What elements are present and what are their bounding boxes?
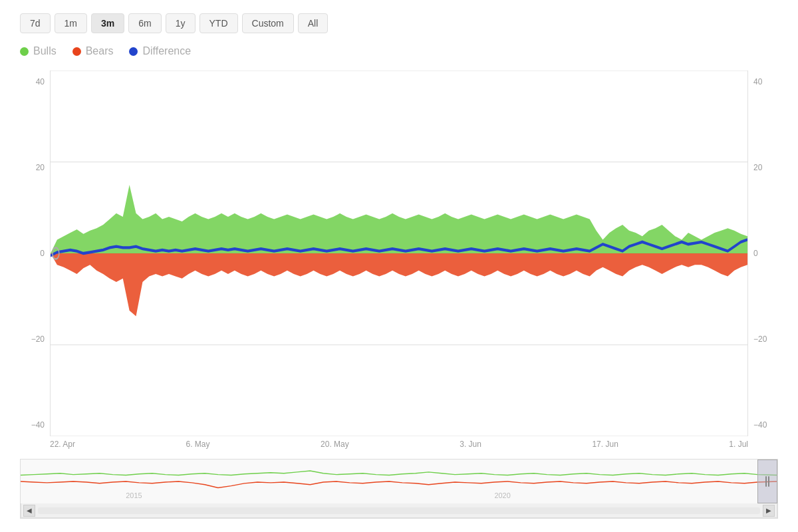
y-left-0: 0 (40, 249, 45, 258)
btn-1y[interactable]: 1y (166, 13, 196, 33)
btn-1m[interactable]: 1m (55, 13, 87, 33)
handle-lines-icon (765, 476, 769, 487)
bears-dot (72, 47, 81, 56)
chart-wrapper: 40 20 0 −20 −40 (20, 70, 778, 519)
main-chart-svg (51, 70, 747, 436)
chart-legend: Bulls Bears Difference (20, 45, 778, 57)
handle-line-2 (768, 476, 769, 487)
x-label-may20: 20. May (321, 440, 349, 449)
bottom-scrollbar: ◀ ▶ (21, 503, 777, 518)
y-left-20: 20 (36, 163, 45, 172)
y-right-neg20: −20 (753, 334, 767, 344)
bears-area (51, 253, 747, 317)
mini-chart-container: 2015 2020 ◀ ▶ (20, 459, 778, 519)
legend-bears: Bears (72, 45, 114, 57)
mini-scrollbar-handle[interactable] (757, 460, 777, 503)
scroll-track[interactable] (38, 507, 760, 514)
y-axis-right: 40 20 0 −20 −40 (748, 70, 778, 436)
y-right-neg40: −40 (753, 420, 767, 430)
y-left-40: 40 (36, 77, 45, 86)
legend-bulls: Bulls (20, 45, 57, 57)
mini-bears-line (21, 481, 777, 487)
x-label-jun3: 3. Jun (460, 440, 481, 449)
y-left-neg20: −20 (31, 334, 45, 344)
x-axis-labels: 22. Apr 6. May 20. May 3. Jun 17. Jun 1.… (50, 436, 748, 456)
x-label-jun17: 17. Jun (592, 440, 618, 449)
mini-bulls-line (21, 471, 777, 475)
btn-ytd[interactable]: YTD (200, 13, 238, 33)
legend-difference: Difference (129, 45, 191, 57)
difference-dot (129, 47, 138, 56)
btn-custom[interactable]: Custom (242, 13, 294, 33)
y-right-40: 40 (753, 77, 762, 86)
mini-chart-svg: 2015 2020 (21, 460, 777, 503)
scroll-left-arrow[interactable]: ◀ (23, 505, 35, 517)
x-label-jul1: 1. Jul (729, 440, 748, 449)
bulls-dot (20, 47, 29, 56)
main-chart-container: 40 20 0 −20 −40 (20, 70, 778, 436)
scroll-right-arrow[interactable]: ▶ (763, 505, 775, 517)
btn-3m[interactable]: 3m (91, 13, 124, 33)
chart-area (50, 70, 748, 436)
y-right-20: 20 (753, 163, 762, 172)
time-range-selector: 7d 1m 3m 6m 1y YTD Custom All (20, 13, 778, 33)
mini-chart-inner: 2015 2020 (21, 460, 777, 503)
bulls-label: Bulls (33, 45, 57, 57)
handle-line-1 (765, 476, 767, 487)
btn-6m[interactable]: 6m (128, 13, 161, 33)
btn-7d[interactable]: 7d (20, 13, 51, 33)
y-axis-left: 40 20 0 −20 −40 (20, 70, 50, 436)
mini-year-2020: 2020 (494, 492, 510, 500)
x-label-may6: 6. May (186, 440, 210, 449)
btn-all[interactable]: All (298, 13, 329, 33)
main-container: 7d 1m 3m 6m 1y YTD Custom All Bulls Bear… (0, 0, 798, 532)
x-label-apr22: 22. Apr (50, 440, 75, 449)
bears-label: Bears (86, 45, 114, 57)
mini-year-2015: 2015 (126, 492, 142, 500)
y-right-0: 0 (753, 249, 758, 258)
difference-label: Difference (142, 45, 191, 57)
y-left-neg40: −40 (31, 420, 45, 430)
